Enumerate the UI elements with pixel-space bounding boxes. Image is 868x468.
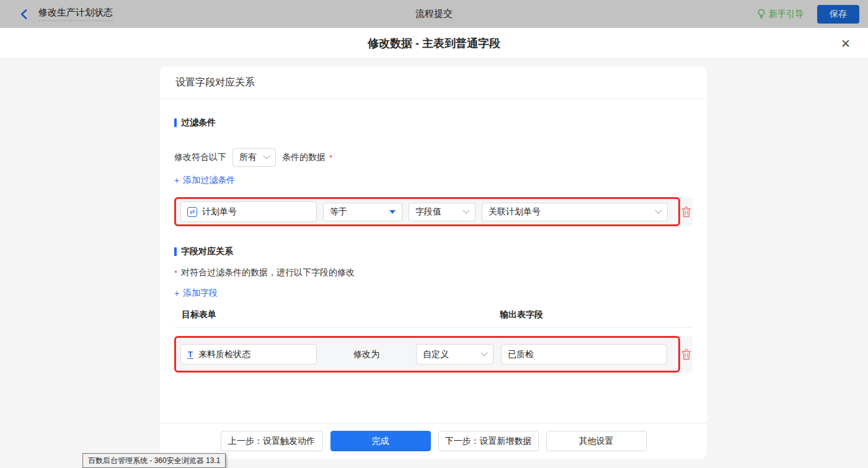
target-field-input[interactable]: T 来料质检状态 — [180, 344, 317, 364]
text-field-icon: T — [187, 350, 193, 359]
condition-suffix: 条件的数据 — [282, 152, 326, 163]
plus-icon: + — [174, 175, 179, 185]
chevron-down-icon — [263, 152, 270, 159]
beginner-guide-link[interactable]: 新手引导 — [757, 9, 804, 20]
mapping-note: * 对符合过滤条件的数据，进行以下字段的修改 — [174, 267, 693, 278]
modal-header: 修改数据 - 主表到普通字段 ✕ — [0, 28, 868, 59]
relation-field-icon: ⇄ — [187, 207, 197, 217]
highlight-box-mapping: T 来料质检状态 修改为 自定义 已质检 — [174, 336, 680, 373]
delete-mapping-row-button[interactable] — [680, 349, 693, 360]
browser-title-tooltip: 百数后台管理系统 - 360安全浏览器 13.1 — [82, 453, 226, 468]
add-filter-condition-link[interactable]: + 添加过滤条件 — [174, 175, 235, 186]
mapping-section-title: 字段对应关系 — [174, 246, 693, 257]
lightbulb-icon — [757, 9, 766, 19]
match-mode-select[interactable]: 所有 — [232, 148, 276, 167]
required-asterisk: * — [329, 153, 332, 162]
operator-select[interactable]: 等于 — [323, 203, 402, 221]
delete-filter-row-button[interactable] — [680, 206, 693, 218]
field-mapping-row: T 来料质检状态 修改为 自定义 已质检 — [174, 336, 693, 373]
card-title: 设置字段对应关系 — [160, 66, 707, 99]
modify-to-label: 修改为 — [317, 349, 416, 360]
add-field-link[interactable]: + 添加字段 — [174, 288, 218, 299]
done-button[interactable]: 完成 — [330, 431, 431, 451]
trash-icon — [681, 206, 691, 218]
column-divider — [174, 327, 693, 328]
trash-icon — [681, 349, 691, 360]
save-button[interactable]: 保存 — [817, 5, 859, 24]
section-accent-bar — [174, 118, 177, 127]
chevron-down-icon — [480, 349, 487, 356]
condition-prefix: 修改符合以下 — [174, 152, 226, 163]
footer-buttons: 上一步：设置触发动作 完成 下一步：设置新增数据 其他设置 — [160, 431, 707, 451]
next-step-button[interactable]: 下一步：设置新增数据 — [438, 431, 539, 451]
output-value-input[interactable]: 已质检 — [501, 344, 667, 364]
chevron-down-icon — [463, 206, 469, 213]
filter-condition-row: ⇄ 计划单号 等于 字段值 关联计划单号 — [174, 197, 693, 226]
value-field-select[interactable]: 关联计划单号 — [482, 203, 668, 221]
value-mode-select[interactable]: 自定义 — [416, 344, 494, 364]
target-form-column-header: 目标表单 — [174, 309, 500, 320]
chevron-down-icon — [655, 206, 662, 213]
prev-step-button[interactable]: 上一步：设置触发动作 — [221, 431, 323, 451]
highlight-box-filter: ⇄ 计划单号 等于 字段值 关联计划单号 — [174, 197, 680, 226]
caret-down-icon — [389, 210, 396, 214]
footer-divider — [160, 423, 707, 423]
filter-field-input[interactable]: ⇄ 计划单号 — [180, 201, 317, 222]
modal-title: 修改数据 - 主表到普通字段 — [0, 28, 868, 59]
required-asterisk: * — [174, 268, 177, 278]
top-bar: 修改生产计划状态 流程提交 新手引导 保存 — [0, 0, 868, 28]
value-type-select[interactable]: 字段值 — [409, 203, 476, 221]
plus-icon: + — [174, 288, 179, 298]
output-field-column-header: 输出表字段 — [500, 309, 543, 320]
back-icon[interactable] — [19, 9, 30, 20]
close-icon[interactable]: ✕ — [838, 36, 853, 51]
other-settings-button[interactable]: 其他设置 — [546, 431, 647, 451]
filter-section-title: 过滤条件 — [174, 117, 693, 128]
column-headers: 目标表单 输出表字段 — [174, 309, 693, 320]
flow-name[interactable]: 修改生产计划状态 — [38, 7, 113, 21]
flow-step-title: 流程提交 — [0, 8, 868, 20]
condition-line: 修改符合以下 所有 条件的数据 * — [174, 148, 693, 167]
settings-card: 设置字段对应关系 过滤条件 修改符合以下 所有 条件的数据 * + 添加过滤条件… — [160, 66, 707, 459]
guide-label: 新手引导 — [769, 9, 804, 20]
section-accent-bar — [174, 247, 177, 256]
